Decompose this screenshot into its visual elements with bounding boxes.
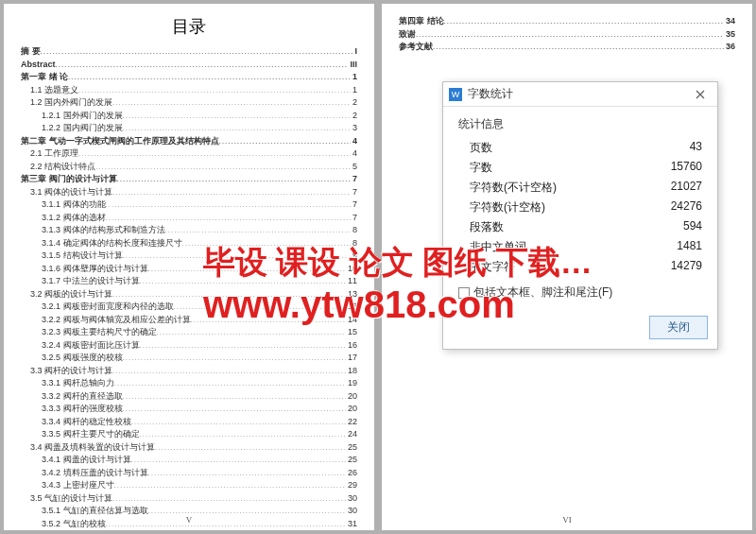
toc-entry: 3.1.4 确定阀体的结构长度和连接尺寸....................… xyxy=(21,237,357,250)
dialog-footer: 关闭 xyxy=(443,310,717,349)
dialog-header[interactable]: W 字数统计 xyxy=(443,82,717,107)
toc-label: 3.2.1 阀板密封面宽度和内径的选取 xyxy=(42,301,174,314)
toc-leader: ........................................… xyxy=(131,417,346,428)
checkbox-icon[interactable] xyxy=(458,287,470,299)
toc-page: 13 xyxy=(346,301,357,314)
toc-leader: ........................................… xyxy=(433,42,724,53)
toc-label: 3.4.3 上密封座尺寸 xyxy=(42,479,114,492)
stat-value: 21027 xyxy=(671,180,702,196)
toc-leader: ........................................… xyxy=(78,85,351,96)
toc-label: 第三章 阀门的设计与计算 xyxy=(21,173,117,186)
toc-label: 1.2.1 国外阀门的发展 xyxy=(42,110,123,123)
toc-leader: ........................................… xyxy=(140,276,346,287)
toc-leader: ........................................… xyxy=(106,213,351,224)
toc-leader: ........................................… xyxy=(123,404,346,415)
toc-page: 26 xyxy=(346,467,357,480)
stat-value: 14279 xyxy=(671,259,702,275)
toc-leader: ........................................… xyxy=(56,60,349,71)
toc-page: 24 xyxy=(346,428,357,441)
stat-value: 15760 xyxy=(671,160,702,176)
toc-leader: ........................................… xyxy=(219,136,351,147)
toc-label: 3.1.7 中法兰的设计与计算 xyxy=(42,275,140,288)
toc-label: 第四章 结论 xyxy=(399,15,444,28)
toc-page: 11 xyxy=(346,275,357,288)
toc-entry: 3.2 阀板的设计与计算............................… xyxy=(21,288,357,301)
toc-page: 8 xyxy=(351,224,357,237)
toc-label: 3.5 气缸的设计与计算 xyxy=(30,492,112,506)
app-icon: W xyxy=(449,88,462,101)
toc-label: 3.1.4 确定阀体的结构长度和连接尺寸 xyxy=(42,237,182,250)
dialog-body: 统计信息 页数43字数15760字符数(不计空格)21027字符数(计空格)24… xyxy=(443,107,717,310)
toc-label: 2.2 结构设计特点 xyxy=(30,161,95,174)
toc-label: 3.5.1 气缸的直径估算与选取 xyxy=(42,505,148,518)
toc-entry: 3.1.1 阀体的功能.............................… xyxy=(21,198,357,212)
toc-entry: 3.4.3 上密封座尺寸............................… xyxy=(21,479,357,492)
toc-leader: ........................................… xyxy=(182,238,351,250)
toc-page: 14 xyxy=(346,314,357,327)
toc-page: I xyxy=(352,45,357,59)
close-button[interactable]: 关闭 xyxy=(649,316,708,339)
toc-page: 25 xyxy=(346,454,357,467)
close-icon[interactable] xyxy=(689,85,712,104)
stat-row: 中文字符14279 xyxy=(458,257,702,277)
wordcount-dialog: W 字数统计 统计信息 页数43字数15760字符数(不计空格)21027字符数… xyxy=(442,81,718,350)
toc-leader: ........................................… xyxy=(112,97,351,109)
toc-page: 19 xyxy=(346,377,357,390)
toc-page: 16 xyxy=(346,339,357,353)
toc-entry: 1.1 选题意义................................… xyxy=(21,84,357,97)
toc-page: 17 xyxy=(346,352,357,365)
toc-page: 3 xyxy=(351,122,357,135)
toc-entry: 3.3.2 阀杆的直径选取...........................… xyxy=(21,390,357,404)
checkbox-label: 包括文本框、脚注和尾注(F) xyxy=(473,284,612,301)
toc-label: 第二章 气动一字式楔式闸阀的工作原理及其结构特点 xyxy=(21,135,219,148)
toc-entry: 3.2.4 阀板密封面比压计算.........................… xyxy=(21,339,357,353)
toc-label: 3.3 阀杆的设计与计算 xyxy=(30,365,112,378)
toc-list-left: 摘 要.....................................… xyxy=(21,45,357,530)
toc-label: 3.3.3 阀杆的强度校核 xyxy=(42,403,123,416)
toc-leader: ........................................… xyxy=(68,72,351,83)
toc-entry: 2.2 结构设计特点..............................… xyxy=(21,161,357,174)
toc-page: 20 xyxy=(346,403,357,416)
toc-entry: 摘 要.....................................… xyxy=(21,45,357,59)
toc-page: 15 xyxy=(346,326,357,339)
stat-row: 字符数(计空格)24276 xyxy=(458,198,702,217)
stat-key: 非中文单词 xyxy=(470,239,526,255)
toc-page: 4 xyxy=(351,135,357,148)
toc-page: 30 xyxy=(346,505,357,518)
toc-leader: ........................................… xyxy=(112,187,351,198)
toc-leader: ........................................… xyxy=(123,250,351,262)
toc-page: 35 xyxy=(724,28,735,42)
toc-page: 22 xyxy=(346,416,357,429)
toc-leader: ........................................… xyxy=(112,493,346,505)
toc-entry: 3.3.5 阀杆主要尺寸的确定.........................… xyxy=(21,428,357,441)
include-notes-checkbox-row[interactable]: 包括文本框、脚注和尾注(F) xyxy=(458,277,702,304)
toc-entry: 3.2.5 阀板强度的校核...........................… xyxy=(21,352,357,365)
toc-label: 3.2.5 阀板强度的校核 xyxy=(42,352,123,365)
stat-key: 段落数 xyxy=(470,219,504,235)
toc-entry: 3.5 气缸的设计与计算............................… xyxy=(21,492,357,506)
toc-page: 18 xyxy=(346,365,357,378)
toc-page: 7 xyxy=(351,173,357,186)
toc-leader: ........................................… xyxy=(131,455,346,466)
toc-label: 3.3.4 阀杆的稳定性校核 xyxy=(42,416,131,429)
toc-label: 致谢 xyxy=(399,28,416,42)
toc-leader: ........................................… xyxy=(123,111,351,122)
toc-label: 1.2.2 国内阀门的发展 xyxy=(42,122,123,135)
toc-entry: 第二章 气动一字式楔式闸阀的工作原理及其结构特点................… xyxy=(21,135,357,148)
toc-leader: ........................................… xyxy=(112,366,346,377)
toc-leader: ........................................… xyxy=(416,29,724,41)
toc-page: 2 xyxy=(351,110,357,123)
toc-page: 10 xyxy=(346,263,357,276)
toc-leader: ........................................… xyxy=(114,378,346,389)
toc-label: 3.3.2 阀杆的直径选取 xyxy=(42,390,123,404)
toc-label: 2.1 工作原理 xyxy=(30,147,78,161)
toc-entry: 3.2.2 阀板与阀体轴宽及相应公差的计算...................… xyxy=(21,314,357,327)
toc-entry: 3.1.5 结构设计与计算...........................… xyxy=(21,250,357,263)
toc-page: 34 xyxy=(724,15,735,28)
toc-list-right: 第四章 结论..................................… xyxy=(399,15,735,54)
stat-key: 页数 xyxy=(470,140,492,156)
toc-label: 3.4.2 填料压盖的设计与计算 xyxy=(42,467,148,480)
toc-entry: 参考文献....................................… xyxy=(399,41,735,54)
toc-label: 1.2 国内外阀门的发展 xyxy=(30,96,112,110)
stat-value: 43 xyxy=(690,140,702,156)
